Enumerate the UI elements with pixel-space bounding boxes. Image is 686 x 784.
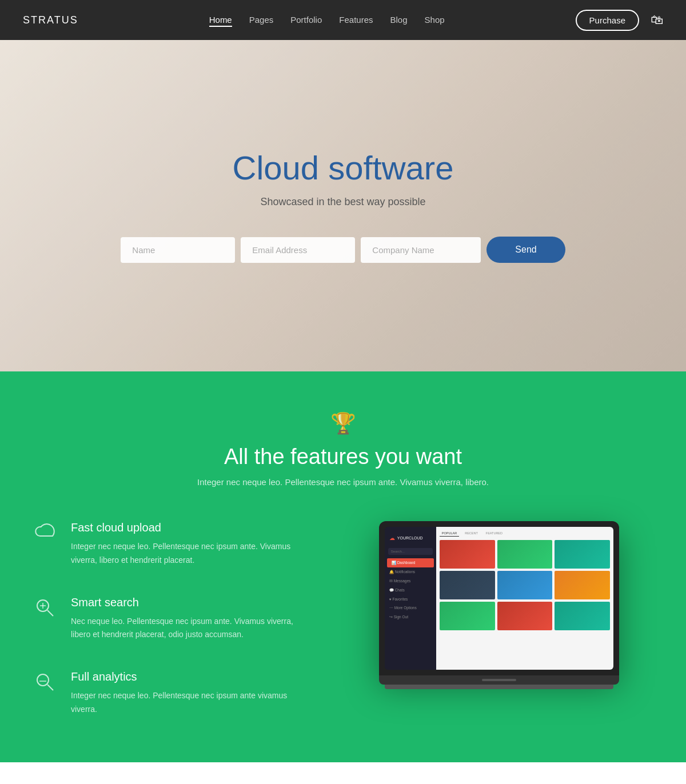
grid-image-9 (555, 602, 610, 630)
feature-title-analytics: Full analytics (71, 670, 312, 683)
nav-right: Purchase 🛍 (576, 10, 663, 31)
grid-image-7 (440, 602, 495, 630)
svg-line-1 (47, 610, 53, 616)
features-description: Integer nec neque leo. Pellentesque nec … (34, 477, 652, 487)
features-header: 🏆 All the features you want Integer nec … (34, 411, 652, 487)
app-name: YOURCLOUD (397, 536, 423, 540)
analytics-icon (34, 671, 58, 696)
purchase-button[interactable]: Purchase (576, 10, 639, 31)
sidebar-item-signout[interactable]: ↪ Sign Out (385, 613, 436, 622)
laptop-sidebar: ☁ YOURCLOUD Search... 📊 Dashboard 🔔 Noti… (385, 527, 436, 670)
laptop-body: ☁ YOURCLOUD Search... 📊 Dashboard 🔔 Noti… (379, 521, 619, 675)
features-body: Fast cloud upload Integer nec neque leo.… (34, 521, 652, 717)
feature-desc-search: Nec neque leo. Pellentesque nec ipsum an… (71, 615, 312, 642)
sidebar-item-dashboard[interactable]: 📊 Dashboard (387, 558, 434, 567)
svg-point-4 (37, 674, 49, 686)
trophy-icon: 🏆 (34, 411, 652, 435)
feature-item-analytics: Full analytics Integer nec neque leo. Pe… (34, 670, 312, 717)
feature-text-analytics: Full analytics Integer nec neque leo. Pe… (71, 670, 312, 717)
cart-icon[interactable]: 🛍 (651, 13, 663, 27)
grid-image-3 (555, 540, 610, 569)
sidebar-item-more[interactable]: ⋯ More Options (385, 603, 436, 613)
feature-desc-cloud: Integer nec neque leo. Pellentesque nec … (71, 540, 312, 567)
grid-image-6 (555, 571, 610, 599)
nav-item-shop[interactable]: Shop (425, 15, 445, 25)
laptop-main-content: POPULAR RECENT FEATURED (436, 527, 613, 670)
laptop-tabs: POPULAR RECENT FEATURED (440, 530, 610, 537)
feature-item-cloud: Fast cloud upload Integer nec neque leo.… (34, 521, 312, 567)
company-input[interactable] (361, 237, 481, 263)
features-section: 🏆 All the features you want Integer nec … (0, 371, 686, 762)
grid-cell-5 (497, 571, 553, 599)
feature-title-cloud: Fast cloud upload (71, 521, 312, 534)
sidebar-item-favorites[interactable]: ♥ Favorites (385, 595, 436, 603)
grid-cell-6 (555, 571, 610, 599)
grid-image-4 (440, 571, 495, 599)
feature-title-search: Smart search (71, 596, 312, 609)
sidebar-item-chats[interactable]: 💬 Chats (385, 586, 436, 595)
nav-link-shop[interactable]: Shop (425, 15, 445, 25)
grid-image-1 (440, 540, 495, 569)
hero-subtitle: Showcased in the best way possible (0, 196, 686, 208)
laptop-bottom-bar (379, 675, 619, 685)
tab-popular[interactable]: POPULAR (440, 530, 459, 537)
grid-image-2 (497, 540, 553, 569)
laptop-screen: ☁ YOURCLOUD Search... 📊 Dashboard 🔔 Noti… (385, 527, 613, 670)
laptop-notch (482, 679, 516, 681)
svg-line-5 (47, 685, 53, 690)
nav-item-features[interactable]: Features (339, 15, 373, 25)
grid-cell-9 (555, 602, 610, 630)
tab-recent[interactable]: RECENT (462, 530, 480, 537)
nav-item-portfolio[interactable]: Portfolio (290, 15, 322, 25)
grid-cell-1 (440, 540, 495, 569)
search-icon (34, 597, 58, 622)
grid-cell-4 (440, 571, 495, 599)
sidebar-search[interactable]: Search... (388, 548, 433, 555)
laptop: ☁ YOURCLOUD Search... 📊 Dashboard 🔔 Noti… (379, 521, 619, 689)
nav-link-pages[interactable]: Pages (249, 15, 274, 25)
grid-cell-7 (440, 602, 495, 630)
sidebar-item-notifications[interactable]: 🔔 Notifications (385, 567, 436, 577)
nav-link-blog[interactable]: Blog (390, 15, 408, 25)
features-list: Fast cloud upload Integer nec neque leo.… (34, 521, 312, 717)
email-input[interactable] (241, 237, 355, 263)
app-cloud-icon: ☁ (389, 535, 395, 541)
nav-link-home[interactable]: Home (209, 15, 232, 27)
image-grid (440, 540, 610, 630)
tab-featured[interactable]: FEATURED (484, 530, 505, 537)
name-input[interactable] (121, 237, 235, 263)
hero-section: Cloud software Showcased in the best way… (0, 40, 686, 371)
feature-text-search: Smart search Nec neque leo. Pellentesque… (71, 596, 312, 642)
sidebar-item-messages[interactable]: ✉ Messages (385, 577, 436, 586)
nav-links: Home Pages Portfolio Features Blog Shop (209, 15, 445, 25)
send-button[interactable]: Send (486, 237, 565, 263)
hero-form: Send (0, 237, 686, 263)
brand-logo: STRATUS (23, 14, 78, 26)
feature-desc-analytics: Integer nec neque leo. Pellentesque nec … (71, 689, 312, 717)
grid-cell-2 (497, 540, 553, 569)
nav-item-pages[interactable]: Pages (249, 15, 274, 25)
cloud-icon (34, 522, 58, 543)
grid-cell-8 (497, 602, 553, 630)
feature-text-cloud: Fast cloud upload Integer nec neque leo.… (71, 521, 312, 567)
hero-content: Cloud software Showcased in the best way… (0, 149, 686, 263)
app-logo: ☁ YOURCLOUD (385, 531, 436, 545)
nav-link-features[interactable]: Features (339, 15, 373, 25)
nav-link-portfolio[interactable]: Portfolio (290, 15, 322, 25)
navbar: STRATUS Home Pages Portfolio Features Bl… (0, 0, 686, 40)
grid-cell-3 (555, 540, 610, 569)
nav-item-blog[interactable]: Blog (390, 15, 408, 25)
laptop-mockup: ☁ YOURCLOUD Search... 📊 Dashboard 🔔 Noti… (346, 521, 652, 689)
features-title: All the features you want (34, 445, 652, 469)
grid-image-8 (497, 602, 553, 630)
feature-item-search: Smart search Nec neque leo. Pellentesque… (34, 596, 312, 642)
grid-image-5 (497, 571, 553, 599)
nav-item-home[interactable]: Home (209, 15, 232, 25)
hero-title: Cloud software (0, 149, 686, 187)
laptop-stand (385, 685, 613, 689)
